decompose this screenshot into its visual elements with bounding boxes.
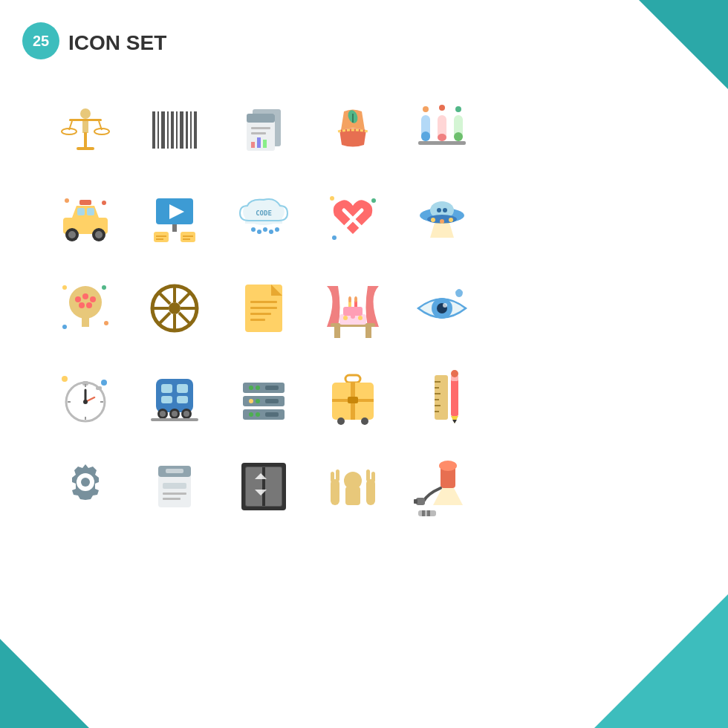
svg-point-84 xyxy=(75,296,81,302)
svg-point-120 xyxy=(351,314,355,319)
svg-rect-137 xyxy=(156,379,193,412)
svg-rect-89 xyxy=(82,318,89,327)
svg-point-80 xyxy=(449,218,453,222)
broken-heart-icon xyxy=(312,178,394,260)
corner-decoration-bottom-right xyxy=(594,594,728,728)
svg-point-132 xyxy=(83,400,88,404)
svg-rect-2 xyxy=(69,119,102,121)
svg-point-38 xyxy=(455,106,461,112)
svg-rect-185 xyxy=(163,493,186,495)
svg-rect-148 xyxy=(151,418,198,421)
svg-point-152 xyxy=(249,386,253,390)
svg-rect-191 xyxy=(264,467,282,506)
svg-rect-10 xyxy=(157,111,159,149)
svg-rect-161 xyxy=(345,375,360,383)
svg-point-65 xyxy=(251,227,256,232)
elevator-icon xyxy=(223,446,305,527)
svg-point-91 xyxy=(102,285,106,290)
svg-rect-112 xyxy=(365,327,371,338)
svg-rect-23 xyxy=(251,132,266,134)
mental-love-icon xyxy=(45,267,126,349)
svg-rect-195 xyxy=(331,479,339,505)
svg-rect-53 xyxy=(172,224,177,232)
svg-rect-174 xyxy=(435,411,439,412)
svg-rect-14 xyxy=(176,111,178,149)
svg-rect-11 xyxy=(161,111,165,149)
svg-point-202 xyxy=(344,472,362,490)
svg-rect-24 xyxy=(251,142,255,148)
svg-rect-196 xyxy=(331,472,334,482)
svg-rect-197 xyxy=(336,469,339,481)
svg-rect-57 xyxy=(156,238,163,240)
svg-point-143 xyxy=(160,411,166,417)
svg-point-126 xyxy=(101,380,107,386)
svg-rect-16 xyxy=(186,111,188,149)
barcode-icon xyxy=(134,89,215,171)
svg-rect-165 xyxy=(348,397,358,403)
svg-point-155 xyxy=(249,399,253,403)
svg-rect-208 xyxy=(422,510,425,516)
svg-point-70 xyxy=(330,196,334,201)
svg-point-78 xyxy=(431,218,435,222)
svg-point-82 xyxy=(443,208,447,212)
svg-rect-32 xyxy=(438,134,446,141)
svg-point-47 xyxy=(68,231,76,238)
svg-rect-187 xyxy=(166,469,183,473)
svg-point-83 xyxy=(69,286,102,319)
stopwatch-icon xyxy=(45,357,126,438)
svg-rect-190 xyxy=(246,467,264,506)
svg-point-88 xyxy=(86,302,92,308)
svg-point-0 xyxy=(80,108,91,119)
ship-wheel-icon xyxy=(134,267,215,349)
svg-point-179 xyxy=(451,370,458,377)
svg-rect-129 xyxy=(96,386,102,390)
svg-rect-173 xyxy=(435,405,441,406)
svg-rect-170 xyxy=(435,387,439,389)
svg-point-66 xyxy=(257,230,261,234)
cable-connector-icon xyxy=(401,446,483,527)
svg-rect-109 xyxy=(250,319,265,321)
svg-point-204 xyxy=(439,461,457,471)
svg-point-81 xyxy=(437,208,441,212)
train-icon xyxy=(134,357,215,438)
svg-point-166 xyxy=(337,417,345,425)
server-icon xyxy=(223,357,305,438)
svg-point-40 xyxy=(102,201,106,205)
svg-rect-8 xyxy=(77,147,94,150)
svg-rect-140 xyxy=(161,396,172,403)
svg-point-95 xyxy=(169,302,181,314)
svg-rect-45 xyxy=(87,208,94,215)
svg-point-93 xyxy=(104,321,108,325)
svg-rect-192 xyxy=(262,467,265,506)
svg-rect-50 xyxy=(79,200,91,205)
svg-point-49 xyxy=(95,231,103,238)
svg-rect-157 xyxy=(265,399,279,403)
svg-point-167 xyxy=(361,417,368,425)
svg-rect-184 xyxy=(163,483,186,489)
svg-marker-178 xyxy=(452,420,457,423)
badge-number: 25 xyxy=(22,22,59,59)
svg-rect-111 xyxy=(334,327,340,338)
svg-line-100 xyxy=(158,292,170,304)
svg-rect-18 xyxy=(194,111,197,149)
svg-rect-139 xyxy=(177,384,188,393)
svg-rect-141 xyxy=(177,396,188,403)
svg-rect-206 xyxy=(414,499,417,504)
svg-point-117 xyxy=(348,296,351,302)
hands-raised-icon xyxy=(312,446,394,527)
ufo-icon xyxy=(401,178,483,260)
svg-rect-200 xyxy=(366,469,370,481)
svg-rect-198 xyxy=(366,479,375,505)
svg-rect-106 xyxy=(250,301,277,303)
svg-point-69 xyxy=(275,227,279,232)
svg-line-103 xyxy=(158,313,170,325)
presentation-screen-icon xyxy=(134,178,215,260)
svg-point-158 xyxy=(249,412,253,417)
svg-rect-35 xyxy=(418,141,466,145)
svg-rect-169 xyxy=(435,381,441,383)
report-document-icon xyxy=(223,89,305,171)
svg-point-90 xyxy=(62,285,67,290)
svg-rect-209 xyxy=(427,510,430,516)
document-box-icon xyxy=(134,446,215,527)
page-title: ICON SET xyxy=(68,31,166,55)
